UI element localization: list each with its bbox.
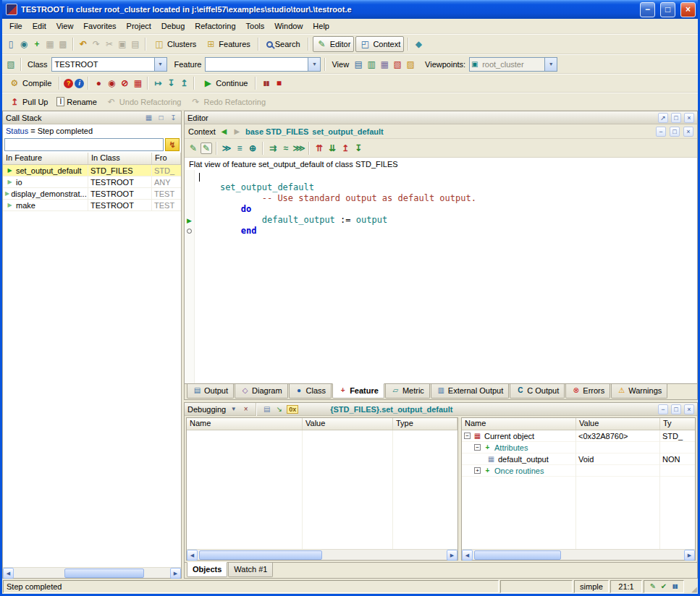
- contract-view-icon[interactable]: ⇉: [267, 142, 279, 154]
- cut-icon[interactable]: ✂: [104, 38, 115, 50]
- column-from[interactable]: Fro: [152, 153, 181, 164]
- code-area[interactable]: ▶ set_output_default -- Use standard out…: [185, 170, 697, 383]
- history-back-icon[interactable]: ◀: [219, 127, 229, 136]
- features-button[interactable]: ⊞ Features: [201, 36, 253, 52]
- search-button[interactable]: Search: [263, 38, 304, 51]
- column-name[interactable]: Name: [462, 418, 576, 430]
- scroll-thumb[interactable]: [64, 569, 144, 578]
- add-item-icon[interactable]: +: [31, 38, 43, 50]
- scroll-left-icon[interactable]: ◀: [187, 550, 198, 561]
- resize-grip[interactable]: ◢: [686, 580, 697, 593]
- minimize-icon[interactable]: −: [658, 404, 668, 414]
- chevron-down-icon[interactable]: ▼: [229, 404, 238, 414]
- feature-combo[interactable]: ▼: [205, 57, 321, 72]
- menu-tools[interactable]: Tools: [241, 20, 270, 32]
- debugged-feature-ref[interactable]: {STD_FILES}.set_output_default: [330, 405, 452, 414]
- execution-point-slot[interactable]: ▶: [185, 215, 194, 226]
- run-icon[interactable]: ●: [93, 77, 104, 89]
- menu-file[interactable]: File: [4, 20, 28, 32]
- pull-up-button[interactable]: ↥ Pull Up: [5, 94, 51, 110]
- scroll-right-icon[interactable]: ▶: [170, 568, 181, 579]
- view-contract-icon[interactable]: ▧: [392, 59, 403, 70]
- interface-view-icon[interactable]: ⋙: [293, 142, 305, 154]
- collapse-icon[interactable]: −: [464, 433, 471, 439]
- clusters-button[interactable]: ◫ Clusters: [150, 36, 200, 52]
- menu-edit[interactable]: Edit: [28, 20, 51, 32]
- open-in-editor-icon[interactable]: ✎: [201, 142, 212, 154]
- breadcrumb-class[interactable]: base STD_FILES: [245, 127, 308, 136]
- send-to-tool-icon[interactable]: ▧: [5, 59, 17, 70]
- descendants-icon[interactable]: ⇊: [326, 142, 338, 154]
- continue-button[interactable]: ▶ Continue: [198, 75, 251, 91]
- objects-grid-body[interactable]: − ▦ Current object <0x32A8760> STD_ − +: [462, 430, 695, 549]
- code-line[interactable]: do: [199, 204, 697, 215]
- history-forward-icon[interactable]: ▶: [232, 127, 242, 136]
- code-line[interactable]: end: [199, 226, 697, 237]
- maximize-icon[interactable]: □: [670, 127, 680, 137]
- code-line[interactable]: [199, 171, 697, 182]
- call-stack-row[interactable]: ▶ make TESTROOT TEST: [3, 200, 181, 211]
- menu-refactoring[interactable]: Refactoring: [190, 20, 240, 32]
- menu-window[interactable]: Window: [269, 20, 308, 32]
- export-icon[interactable]: ↘: [274, 404, 284, 414]
- basic-view-icon[interactable]: ≫: [221, 142, 232, 154]
- column-type[interactable]: Ty: [660, 418, 695, 430]
- callers-icon[interactable]: ↥: [340, 142, 351, 154]
- watch-hscrollbar[interactable]: ◀ ▶: [187, 549, 457, 560]
- collapse-icon[interactable]: −: [474, 444, 481, 451]
- column-type[interactable]: Type: [393, 418, 457, 430]
- menu-help[interactable]: Help: [308, 20, 334, 32]
- column-value[interactable]: Value: [303, 418, 393, 430]
- scroll-track[interactable]: [14, 568, 170, 578]
- flat-contract-view-icon[interactable]: ≈: [280, 142, 292, 154]
- menu-favorites[interactable]: Favorites: [78, 20, 121, 32]
- ancestors-icon[interactable]: ⇈: [313, 142, 325, 154]
- redo-icon[interactable]: ↷: [90, 38, 102, 50]
- scroll-thumb[interactable]: [474, 550, 561, 560]
- menu-view[interactable]: View: [51, 20, 79, 32]
- tab-c-output[interactable]: C C Output: [510, 384, 565, 399]
- breakpoint-slot[interactable]: [185, 226, 194, 237]
- redo-refactoring-button[interactable]: ↷ Redo Refactoring: [186, 94, 269, 110]
- paste-icon[interactable]: ▤: [130, 38, 141, 50]
- tab-metric[interactable]: ▱ Metric: [385, 384, 430, 399]
- stack-filter-button[interactable]: ↯: [165, 138, 180, 151]
- stack-depth-input[interactable]: [4, 138, 164, 151]
- edit-feature-icon[interactable]: ✎: [187, 142, 199, 154]
- class-combo[interactable]: TESTROOT ▼: [51, 57, 167, 72]
- step-over-icon[interactable]: ↦: [152, 77, 164, 89]
- close-icon[interactable]: ×: [684, 404, 694, 414]
- chevron-down-icon[interactable]: ▼: [154, 58, 166, 71]
- tab-class[interactable]: ● Class: [289, 384, 332, 399]
- undock-icon[interactable]: ↗: [658, 113, 668, 123]
- stop-icon[interactable]: ■: [273, 77, 284, 89]
- menu-debug[interactable]: Debug: [156, 20, 190, 32]
- code-line[interactable]: -- Use standard output as default output…: [199, 193, 697, 204]
- callees-icon[interactable]: ↧: [353, 142, 364, 154]
- objects-hscrollbar[interactable]: ◀ ▶: [462, 549, 695, 560]
- grid-layout-icon[interactable]: ▤: [262, 404, 271, 414]
- minimize-icon[interactable]: −: [656, 127, 666, 137]
- rename-button[interactable]: I Rename: [53, 95, 100, 108]
- call-stack-hscrollbar[interactable]: ◀ ▶: [3, 567, 181, 578]
- minimize-button[interactable]: −: [640, 2, 655, 17]
- feature-name[interactable]: set_output_default: [220, 182, 314, 192]
- stack-depth-icon[interactable]: ↧: [169, 113, 178, 122]
- tab-diagram[interactable]: ◇ Diagram: [235, 384, 288, 399]
- menu-project[interactable]: Project: [122, 20, 156, 32]
- close-view-icon[interactable]: ×: [241, 404, 250, 414]
- scroll-track[interactable]: [198, 550, 447, 560]
- undo-refactoring-button[interactable]: ↶ Undo Refactoring: [102, 94, 185, 110]
- watch-grid-body[interactable]: [187, 430, 457, 549]
- undo-icon[interactable]: ↶: [77, 38, 89, 50]
- view-editor-icon[interactable]: ▤: [353, 59, 364, 70]
- chevron-down-icon[interactable]: ▼: [308, 58, 320, 71]
- save-icon[interactable]: ▦: [44, 38, 56, 50]
- identifier[interactable]: default_output: [262, 215, 335, 225]
- call-stack-row[interactable]: ▶ set_output_default STD_FILES STD_: [3, 165, 181, 176]
- scroll-right-icon[interactable]: ▶: [447, 550, 457, 561]
- tab-objects[interactable]: Objects: [187, 562, 227, 577]
- column-name[interactable]: Name: [187, 418, 303, 430]
- breakpoint-gutter[interactable]: ▶: [185, 170, 195, 383]
- editor-header[interactable]: Editor ↗ □ ×: [185, 111, 697, 124]
